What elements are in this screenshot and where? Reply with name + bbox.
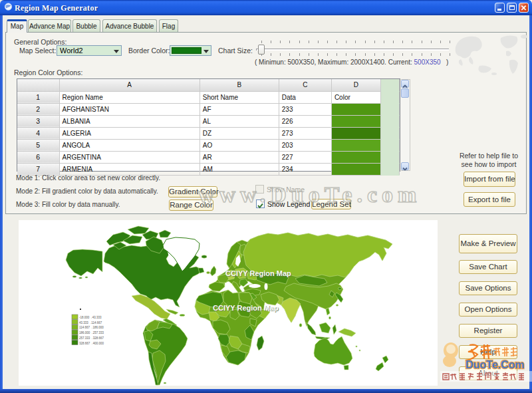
svg-text:CCIYY Region Map: CCIYY Region Map [225, 269, 291, 277]
svg-text:43.333→114.667: 43.333→114.667 [79, 321, 102, 325]
svg-text:114.667→186.000: 114.667→186.000 [79, 326, 104, 329]
svg-text:257.333→328.667: 257.333→328.667 [79, 336, 104, 340]
svg-text:-18.000→43.333: -18.000→43.333 [79, 316, 102, 319]
svg-text:186.000→257.333: 186.000→257.333 [79, 331, 104, 334]
svg-text:CCIYY Region Map: CCIYY Region Map [213, 304, 279, 312]
svg-text:328.667→400.000: 328.667→400.000 [79, 342, 104, 345]
svg-text:DuoTe.Com: DuoTe.Com [466, 359, 525, 370]
